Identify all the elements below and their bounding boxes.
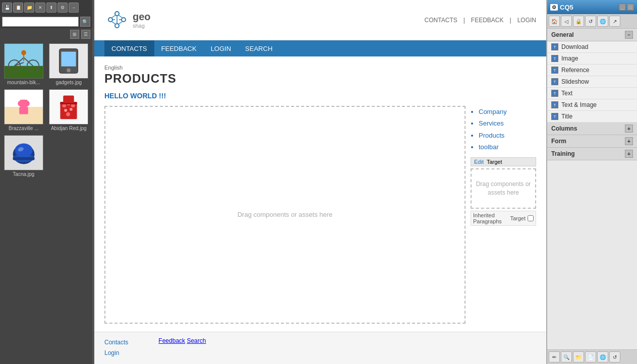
footer-login[interactable]: Login: [104, 348, 128, 359]
settings-btn[interactable]: ⚙: [57, 3, 68, 13]
cq5-share-btn[interactable]: ↗: [609, 16, 620, 27]
cq5-item-download[interactable]: T Download: [547, 41, 637, 53]
cq5-item-image-label: Image: [561, 55, 578, 62]
cq5-lock-btn[interactable]: 🔒: [573, 16, 584, 27]
cq5-columns-section[interactable]: Columns +: [547, 123, 637, 135]
list-view-btn[interactable]: ☰: [81, 30, 90, 39]
open-btn[interactable]: 📁: [24, 3, 34, 13]
menu-item-services[interactable]: Services: [479, 117, 536, 129]
cq5-home-btn[interactable]: 🏠: [549, 16, 560, 27]
search-button[interactable]: 🔍: [80, 17, 90, 27]
edit-button[interactable]: Edit: [474, 159, 484, 165]
inherited-paragraphs-checkbox[interactable]: [528, 215, 534, 221]
footer-feedback[interactable]: Feedback: [158, 337, 185, 344]
cq5-item-text[interactable]: T Text: [547, 88, 637, 99]
cq5-minimize-btn[interactable]: _: [619, 4, 626, 11]
cq5-item-title[interactable]: T Title: [547, 111, 637, 123]
footer-col-1: Contacts Login: [104, 337, 128, 359]
content-layout: Drag components or assets here Company S…: [104, 106, 536, 324]
svg-point-36: [108, 18, 112, 22]
site-footer: Contacts Login Feedback Search: [94, 332, 546, 364]
right-content-panel: Company Services Products toolbar Edit T…: [471, 106, 536, 324]
nav-top-login[interactable]: LOGIN: [517, 17, 536, 24]
cq5-general-header[interactable]: General −: [547, 29, 637, 41]
asset-item-brazzaville[interactable]: Brazzaville ...: [3, 89, 44, 131]
cq5-columns-add-btn[interactable]: +: [625, 125, 633, 133]
footer-search[interactable]: Search: [187, 337, 206, 344]
asset-thumb-tacna: [4, 135, 43, 170]
cq5-bottom-search-btn[interactable]: 🔍: [561, 351, 572, 362]
save-as-btn[interactable]: 📋: [13, 3, 23, 13]
nav-top-contacts[interactable]: CONTACTS: [425, 17, 457, 24]
cq5-reference-icon: T: [551, 67, 558, 74]
target-label: Target: [487, 159, 502, 165]
cq5-reload-btn[interactable]: ↺: [585, 16, 596, 27]
asset-item-tacna[interactable]: Tacna.jpg: [3, 135, 44, 177]
drag-zone-secondary[interactable]: Drag components or assets here: [471, 168, 536, 209]
cq5-form-section[interactable]: Form +: [547, 135, 637, 148]
svg-point-37: [115, 12, 119, 16]
arrow-btn[interactable]: →: [69, 3, 79, 13]
cq5-training-section[interactable]: Training +: [547, 148, 637, 160]
cq5-item-reference[interactable]: T Reference: [547, 65, 637, 76]
export-btn[interactable]: ⬆: [46, 3, 56, 13]
cq5-text-icon: T: [551, 90, 558, 97]
footer-col-2: Feedback Search: [158, 337, 206, 359]
asset-label-gadgets: gadgets.jpg: [55, 80, 82, 85]
nav-top-feedback[interactable]: FEEDBACK: [471, 17, 504, 24]
cq5-training-label: Training: [551, 150, 575, 157]
cq5-item-download-label: Download: [561, 43, 588, 50]
cq5-download-icon: T: [551, 43, 558, 50]
cq5-bottom-folder-btn[interactable]: 📁: [573, 351, 584, 362]
page-lang: English: [104, 65, 536, 71]
grid-view-btn[interactable]: ⊞: [70, 30, 79, 39]
drag-zone-main[interactable]: Drag components or assets here: [104, 106, 466, 324]
cq5-bottom-globe-btn[interactable]: 🌐: [597, 351, 608, 362]
cq5-text-image-icon: T: [551, 101, 558, 108]
logo-text-group: geo shag: [133, 11, 151, 29]
sidebar-controls: ⊞ ☰: [0, 28, 92, 40]
site-nav-top: CONTACTS | FEEDBACK | LOGIN: [425, 17, 536, 24]
svg-point-39: [115, 24, 119, 28]
close-btn[interactable]: ✕: [35, 3, 45, 13]
nav-item-login[interactable]: LOGIN: [204, 40, 238, 56]
cq5-form-add-btn[interactable]: +: [625, 137, 633, 145]
cq5-item-slideshow[interactable]: T Slideshow: [547, 76, 637, 88]
cq5-general-label: General: [551, 31, 574, 38]
svg-point-27: [66, 112, 70, 116]
cq5-globe-btn[interactable]: 🌐: [597, 16, 608, 27]
cq5-general-collapse-btn[interactable]: −: [625, 31, 633, 39]
cq5-training-add-btn[interactable]: +: [625, 150, 633, 158]
cq5-item-text-image[interactable]: T Text & Image: [547, 99, 637, 111]
site-header: geo shag CONTACTS | FEEDBACK | LOGIN: [94, 0, 546, 40]
cq5-image-icon: T: [551, 55, 558, 62]
nav-item-feedback[interactable]: FEEDBACK: [154, 40, 204, 56]
cq5-item-image[interactable]: T Image: [547, 53, 637, 65]
menu-item-toolbar[interactable]: toolbar: [479, 141, 536, 153]
save-btn[interactable]: 💾: [2, 3, 12, 13]
cq5-columns-label: Columns: [551, 125, 577, 132]
cq5-maximize-btn[interactable]: □: [627, 4, 634, 11]
nav-item-search[interactable]: SEARCH: [238, 40, 279, 56]
logo-name: geo: [133, 11, 151, 23]
asset-item-gadgets[interactable]: gadgets.jpg: [48, 43, 90, 85]
logo-icon: [104, 9, 130, 31]
inherited-paragraphs-label: Inherited Paragraphs: [473, 212, 508, 224]
asset-label-mountain-bike: mountain-bik...: [7, 80, 40, 85]
nav-item-contacts[interactable]: CONTACTS: [104, 40, 154, 56]
asset-item-abidjan-red[interactable]: Abidjan Red.jpg: [48, 89, 90, 131]
asset-item-mountain-bike[interactable]: mountain-bik...: [3, 43, 44, 85]
menu-item-company[interactable]: Company: [479, 106, 536, 117]
footer-contacts[interactable]: Contacts: [104, 337, 128, 348]
cq5-bottom-pencil-btn[interactable]: ✏: [549, 351, 560, 362]
search-input[interactable]: [2, 17, 79, 27]
cq5-bottom-refresh-btn[interactable]: ↺: [609, 351, 620, 362]
search-bar: 🔍: [0, 15, 92, 28]
cq5-toolbar: 🏠 ◁ 🔒 ↺ 🌐 ↗: [547, 14, 637, 29]
cq5-slideshow-icon: T: [551, 78, 558, 85]
cq5-bottom-doc-btn[interactable]: 📄: [585, 351, 596, 362]
main-area: geo shag CONTACTS | FEEDBACK | LOGIN CON…: [94, 0, 546, 364]
cq5-back-btn[interactable]: ◁: [561, 16, 572, 27]
cq5-window-buttons: _ □: [619, 4, 634, 11]
menu-item-products[interactable]: Products: [479, 130, 536, 141]
